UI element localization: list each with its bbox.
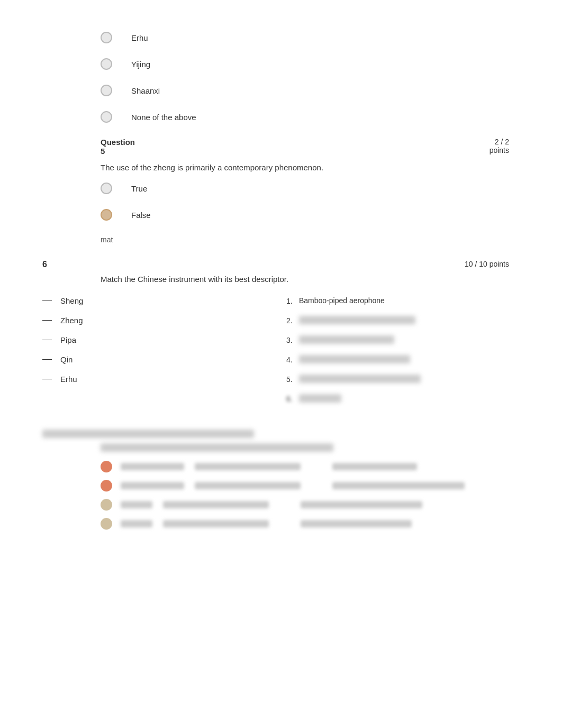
match-right-6: 6. — [286, 394, 509, 403]
blurred-text-1 — [195, 463, 301, 470]
blurred-radio-2 — [101, 480, 112, 492]
option-label-true: True — [131, 184, 147, 193]
match-blank-zheng — [42, 320, 52, 321]
match-num-5: 5. — [286, 375, 299, 384]
match-right-5: 5. — [286, 375, 509, 384]
radio-true[interactable] — [101, 183, 112, 194]
match-num-1: 1. — [286, 296, 299, 305]
match-blank-erhu — [42, 379, 52, 379]
blurred-points-3 — [121, 501, 152, 508]
blurred-radio-3 — [101, 499, 112, 511]
blurred-right-4 — [301, 520, 412, 527]
match-blank-pipa — [42, 340, 52, 340]
option-label-none-above: None of the above — [131, 113, 196, 122]
radio-none-above[interactable] — [101, 111, 112, 123]
blurred-right-3 — [301, 501, 422, 508]
option-label-yijing: Yijing — [131, 60, 150, 69]
match-num-3: 3. — [286, 335, 299, 344]
question5-label: Question 5 — [101, 138, 135, 156]
match-row-zheng: Zheng — [42, 316, 276, 325]
match-text-2 — [299, 316, 415, 324]
option-label-erhu: Erhu — [131, 33, 148, 42]
match-blank-sheng — [42, 301, 52, 301]
matching-left: Sheng Zheng Pipa Qin Erhu — [42, 296, 276, 414]
match-right-3: 3. — [286, 335, 509, 344]
option-row-yijing[interactable]: Yijing — [42, 58, 520, 70]
question6-header: 6 10 / 10 points — [42, 260, 520, 269]
question5-header: Question 5 2 / 2 points — [42, 138, 520, 156]
blurred-points-4 — [121, 520, 152, 527]
match-label-zheng: Zheng — [60, 316, 83, 325]
match-right-2: 2. — [286, 316, 509, 325]
match-label-sheng: Sheng — [60, 296, 83, 305]
match-num-6: 6. — [286, 394, 299, 403]
blurred-text-3 — [163, 501, 269, 508]
section7-num — [42, 430, 254, 438]
question6-instruction: Match the Chinese instrument with its be… — [42, 275, 520, 284]
question5: Question 5 2 / 2 points The use of the z… — [42, 138, 520, 244]
match-blank-qin — [42, 359, 52, 360]
match-text-1: Bamboo-piped aerophone — [299, 296, 385, 305]
question6: 6 10 / 10 points Match the Chinese instr… — [42, 260, 520, 414]
option-label-shaanxi: Shaanxi — [131, 86, 160, 95]
blurred-points-2 — [121, 482, 184, 489]
question4-options: Erhu Yijing Shaanxi None of the above — [42, 32, 520, 123]
blurred-radio-4 — [101, 518, 112, 530]
match-right-4: 4. — [286, 355, 509, 364]
match-label-erhu: Erhu — [60, 375, 77, 384]
radio-false[interactable] — [101, 209, 112, 221]
blurred-right-1 — [332, 463, 417, 470]
question6-number: 6 — [42, 260, 47, 269]
option-row-shaanxi[interactable]: Shaanxi — [42, 85, 520, 96]
match-row-pipa: Pipa — [42, 335, 276, 344]
blurred-row-4 — [42, 518, 509, 530]
match-text-3 — [299, 335, 394, 344]
match-right-1: 1. Bamboo-piped aerophone — [286, 296, 509, 305]
match-label-pipa: Pipa — [60, 335, 76, 344]
radio-yijing[interactable] — [101, 58, 112, 70]
section7-instruction — [42, 443, 509, 452]
match-row-erhu: Erhu — [42, 375, 276, 384]
match-row-sheng: Sheng — [42, 296, 276, 305]
blurred-right-2 — [332, 482, 465, 489]
option-row-true[interactable]: True — [42, 183, 520, 194]
blurred-radio-1 — [101, 461, 112, 472]
radio-erhu[interactable] — [101, 32, 112, 43]
match-row-qin: Qin — [42, 355, 276, 364]
blurred-text-2 — [195, 482, 301, 489]
blurred-row-3 — [42, 499, 509, 511]
question5-text: The use of the zheng is primarily a cont… — [42, 163, 520, 172]
section7 — [42, 430, 520, 530]
option-row-none-above[interactable]: None of the above — [42, 111, 520, 123]
match-text-5 — [299, 375, 421, 383]
match-text-4 — [299, 355, 410, 363]
match-num-2: 2. — [286, 316, 299, 325]
mat-label: mat — [42, 235, 520, 244]
question5-points: 2 / 2 points — [490, 138, 509, 154]
matching-right: 1. Bamboo-piped aerophone 2. 3. — [276, 296, 509, 414]
blurred-row-2 — [42, 480, 509, 492]
match-label-qin: Qin — [60, 355, 72, 364]
match-num-4: 4. — [286, 355, 299, 364]
matching-container: Sheng Zheng Pipa Qin Erhu — [42, 296, 520, 414]
option-row-erhu[interactable]: Erhu — [42, 32, 520, 43]
blurred-points-1 — [121, 463, 184, 470]
radio-shaanxi[interactable] — [101, 85, 112, 96]
section7-header — [42, 430, 509, 438]
question6-points: 10 / 10 points — [465, 260, 509, 269]
blurred-text-4 — [163, 520, 269, 527]
blurred-row-1 — [42, 461, 509, 472]
match-text-6 — [299, 394, 341, 403]
option-label-false: False — [131, 211, 151, 220]
option-row-false[interactable]: False — [42, 209, 520, 221]
